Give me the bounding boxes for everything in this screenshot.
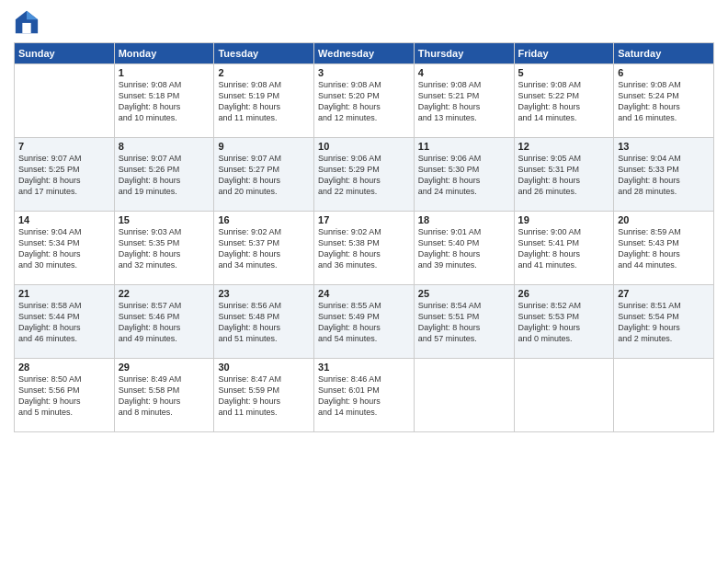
day-info: Sunrise: 8:55 AMSunset: 5:49 PMDaylight:…	[318, 300, 410, 345]
calendar-cell: 1Sunrise: 9:08 AMSunset: 5:18 PMDaylight…	[114, 64, 214, 138]
day-info: Sunrise: 8:54 AMSunset: 5:51 PMDaylight:…	[418, 300, 510, 345]
calendar-table: SundayMondayTuesdayWednesdayThursdayFrid…	[14, 42, 714, 432]
day-info: Sunrise: 8:47 AMSunset: 5:59 PMDaylight:…	[218, 373, 310, 419]
day-info: Sunrise: 9:08 AMSunset: 5:18 PMDaylight:…	[119, 79, 210, 124]
day-info: Sunrise: 8:58 AMSunset: 5:44 PMDaylight:…	[18, 300, 110, 345]
calendar-cell: 17Sunrise: 9:02 AMSunset: 5:38 PMDayligh…	[314, 212, 415, 285]
day-number: 14	[18, 214, 110, 225]
calendar-week-4: 21Sunrise: 8:58 AMSunset: 5:44 PMDayligh…	[15, 285, 714, 359]
day-number: 18	[418, 214, 510, 225]
calendar-cell: 6Sunrise: 9:08 AMSunset: 5:24 PMDaylight…	[614, 64, 714, 138]
day-info: Sunrise: 9:07 AMSunset: 5:27 PMDaylight:…	[218, 153, 310, 198]
logo	[14, 9, 41, 35]
calendar-cell	[514, 359, 614, 432]
calendar-cell: 5Sunrise: 9:08 AMSunset: 5:22 PMDaylight…	[514, 64, 614, 138]
day-number: 16	[218, 214, 310, 225]
day-number: 10	[318, 141, 410, 152]
calendar-week-1: 1Sunrise: 9:08 AMSunset: 5:18 PMDaylight…	[15, 64, 714, 138]
day-number: 24	[318, 288, 410, 299]
day-number: 31	[318, 362, 410, 373]
day-info: Sunrise: 8:49 AMSunset: 5:58 PMDaylight:…	[119, 373, 210, 419]
day-number: 4	[418, 67, 510, 78]
calendar-cell: 23Sunrise: 8:56 AMSunset: 5:48 PMDayligh…	[214, 285, 314, 359]
day-info: Sunrise: 9:04 AMSunset: 5:34 PMDaylight:…	[18, 226, 110, 271]
svg-marker-1	[27, 11, 38, 19]
day-info: Sunrise: 9:03 AMSunset: 5:35 PMDaylight:…	[119, 226, 210, 271]
day-info: Sunrise: 8:56 AMSunset: 5:48 PMDaylight:…	[218, 300, 310, 345]
day-info: Sunrise: 8:51 AMSunset: 5:54 PMDaylight:…	[618, 300, 710, 345]
day-number: 21	[18, 288, 110, 299]
day-info: Sunrise: 9:08 AMSunset: 5:24 PMDaylight:…	[618, 79, 710, 124]
calendar-cell: 20Sunrise: 8:59 AMSunset: 5:43 PMDayligh…	[614, 212, 714, 285]
day-info: Sunrise: 9:04 AMSunset: 5:33 PMDaylight:…	[618, 153, 710, 198]
calendar-header-saturday: Saturday	[614, 43, 714, 64]
day-info: Sunrise: 9:02 AMSunset: 5:38 PMDaylight:…	[318, 226, 410, 271]
day-number: 5	[518, 67, 610, 78]
day-number: 2	[218, 67, 310, 78]
day-number: 28	[18, 362, 110, 373]
calendar-cell: 28Sunrise: 8:50 AMSunset: 5:56 PMDayligh…	[15, 359, 115, 432]
calendar-header-sunday: Sunday	[15, 43, 115, 64]
day-number: 17	[318, 214, 410, 225]
day-info: Sunrise: 8:46 AMSunset: 6:01 PMDaylight:…	[318, 373, 410, 419]
svg-rect-2	[22, 23, 30, 33]
day-number: 29	[119, 362, 210, 373]
calendar-cell: 18Sunrise: 9:01 AMSunset: 5:40 PMDayligh…	[414, 212, 514, 285]
calendar-cell: 4Sunrise: 9:08 AMSunset: 5:21 PMDaylight…	[414, 64, 514, 138]
calendar-header-friday: Friday	[514, 43, 614, 64]
calendar-header-row: SundayMondayTuesdayWednesdayThursdayFrid…	[15, 43, 714, 64]
calendar-header-wednesday: Wednesday	[314, 43, 415, 64]
calendar-week-5: 28Sunrise: 8:50 AMSunset: 5:56 PMDayligh…	[15, 359, 714, 432]
calendar-cell: 10Sunrise: 9:06 AMSunset: 5:29 PMDayligh…	[314, 138, 415, 212]
calendar-cell: 11Sunrise: 9:06 AMSunset: 5:30 PMDayligh…	[414, 138, 514, 212]
day-info: Sunrise: 8:57 AMSunset: 5:46 PMDaylight:…	[119, 300, 210, 345]
calendar-cell: 2Sunrise: 9:08 AMSunset: 5:19 PMDaylight…	[214, 64, 314, 138]
day-info: Sunrise: 8:59 AMSunset: 5:43 PMDaylight:…	[618, 226, 710, 271]
day-number: 8	[119, 141, 210, 152]
calendar-cell	[614, 359, 714, 432]
day-number: 26	[518, 288, 610, 299]
calendar-cell: 22Sunrise: 8:57 AMSunset: 5:46 PMDayligh…	[114, 285, 214, 359]
day-info: Sunrise: 8:50 AMSunset: 5:56 PMDaylight:…	[18, 373, 110, 419]
day-number: 27	[618, 288, 710, 299]
calendar-header-monday: Monday	[114, 43, 214, 64]
calendar-cell: 15Sunrise: 9:03 AMSunset: 5:35 PMDayligh…	[114, 212, 214, 285]
day-info: Sunrise: 9:07 AMSunset: 5:26 PMDaylight:…	[119, 153, 210, 198]
day-number: 3	[318, 67, 410, 78]
day-number: 7	[18, 141, 110, 152]
calendar-cell: 21Sunrise: 8:58 AMSunset: 5:44 PMDayligh…	[15, 285, 115, 359]
day-info: Sunrise: 9:08 AMSunset: 5:20 PMDaylight:…	[318, 79, 410, 124]
logo-icon	[14, 9, 40, 35]
calendar-cell: 26Sunrise: 8:52 AMSunset: 5:53 PMDayligh…	[514, 285, 614, 359]
page: SundayMondayTuesdayWednesdayThursdayFrid…	[0, 0, 728, 563]
day-number: 22	[119, 288, 210, 299]
calendar-cell	[15, 64, 115, 138]
day-info: Sunrise: 9:01 AMSunset: 5:40 PMDaylight:…	[418, 226, 510, 271]
day-info: Sunrise: 9:08 AMSunset: 5:22 PMDaylight:…	[518, 79, 610, 124]
calendar-cell: 9Sunrise: 9:07 AMSunset: 5:27 PMDaylight…	[214, 138, 314, 212]
calendar-week-2: 7Sunrise: 9:07 AMSunset: 5:25 PMDaylight…	[15, 138, 714, 212]
day-info: Sunrise: 9:02 AMSunset: 5:37 PMDaylight:…	[218, 226, 310, 271]
day-info: Sunrise: 9:08 AMSunset: 5:19 PMDaylight:…	[218, 79, 310, 124]
day-number: 19	[518, 214, 610, 225]
calendar-cell	[414, 359, 514, 432]
day-info: Sunrise: 9:06 AMSunset: 5:30 PMDaylight:…	[418, 153, 510, 198]
calendar-cell: 7Sunrise: 9:07 AMSunset: 5:25 PMDaylight…	[15, 138, 115, 212]
calendar-cell: 31Sunrise: 8:46 AMSunset: 6:01 PMDayligh…	[314, 359, 415, 432]
day-info: Sunrise: 8:52 AMSunset: 5:53 PMDaylight:…	[518, 300, 610, 345]
day-number: 15	[119, 214, 210, 225]
header	[14, 9, 714, 35]
day-number: 13	[618, 141, 710, 152]
day-info: Sunrise: 9:00 AMSunset: 5:41 PMDaylight:…	[518, 226, 610, 271]
calendar-cell: 16Sunrise: 9:02 AMSunset: 5:37 PMDayligh…	[214, 212, 314, 285]
day-number: 30	[218, 362, 310, 373]
calendar-week-3: 14Sunrise: 9:04 AMSunset: 5:34 PMDayligh…	[15, 212, 714, 285]
calendar-cell: 13Sunrise: 9:04 AMSunset: 5:33 PMDayligh…	[614, 138, 714, 212]
calendar-cell: 25Sunrise: 8:54 AMSunset: 5:51 PMDayligh…	[414, 285, 514, 359]
calendar-cell: 30Sunrise: 8:47 AMSunset: 5:59 PMDayligh…	[214, 359, 314, 432]
day-number: 9	[218, 141, 310, 152]
calendar-cell: 27Sunrise: 8:51 AMSunset: 5:54 PMDayligh…	[614, 285, 714, 359]
calendar-cell: 8Sunrise: 9:07 AMSunset: 5:26 PMDaylight…	[114, 138, 214, 212]
calendar-cell: 24Sunrise: 8:55 AMSunset: 5:49 PMDayligh…	[314, 285, 415, 359]
calendar-cell: 29Sunrise: 8:49 AMSunset: 5:58 PMDayligh…	[114, 359, 214, 432]
